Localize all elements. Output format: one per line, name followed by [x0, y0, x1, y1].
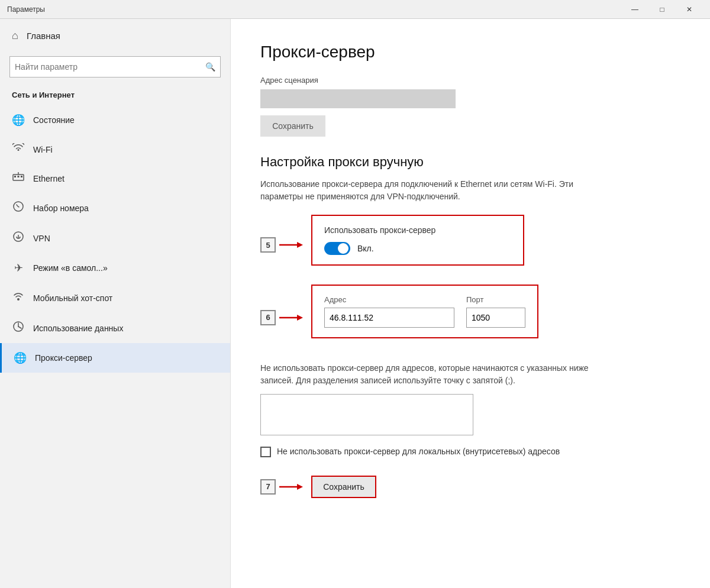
- sidebar: ⌂ Главная 🔍 Сеть и Интернет 🌐 Состояние: [0, 19, 231, 588]
- sidebar-item-dialup-label: Набор номера: [33, 203, 89, 213]
- status-icon: 🌐: [12, 114, 25, 127]
- vpn-icon: [12, 231, 25, 245]
- sidebar-item-vpn-label: VPN: [33, 234, 50, 243]
- step7-indicator: 7: [260, 479, 303, 495]
- exceptions-input[interactable]: [260, 394, 473, 435]
- search-input[interactable]: [15, 62, 202, 72]
- checkbox-row: Не использовать прокси-сервер для локаль…: [260, 446, 680, 458]
- sidebar-item-status[interactable]: 🌐 Состояние: [0, 105, 230, 135]
- port-input[interactable]: [466, 308, 525, 328]
- app-container: ⌂ Главная 🔍 Сеть и Интернет 🌐 Состояние: [0, 19, 710, 588]
- sidebar-item-status-label: Состояние: [33, 115, 75, 125]
- proxy-toggle-box: Использовать прокси-сервер Вкл.: [311, 215, 524, 266]
- page-title: Прокси-сервер: [260, 43, 680, 62]
- use-proxy-section: 5 Использовать прокси-сервер Вкл.: [260, 215, 680, 275]
- sidebar-home-label: Главная: [27, 31, 60, 41]
- local-bypass-checkbox[interactable]: [260, 447, 271, 457]
- titlebar-controls: — □ ✕: [621, 0, 703, 19]
- svg-point-8: [17, 298, 20, 301]
- step5-arrow-icon: [279, 240, 303, 250]
- manual-section-title: Настройка прокси вручную: [260, 154, 680, 170]
- sidebar-item-proxy[interactable]: 🌐 Прокси-сервер: [0, 343, 230, 373]
- sidebar-item-hotspot[interactable]: Мобильный хот-спот: [0, 283, 230, 313]
- dialup-icon: [12, 201, 25, 215]
- hotspot-icon: [12, 291, 25, 305]
- checkbox-label: Не использовать прокси-сервер для локаль…: [277, 446, 560, 458]
- wifi-icon: [12, 143, 25, 156]
- save-btn-top-wrapper: Сохранить: [260, 115, 680, 137]
- step6-indicator: 6: [260, 310, 303, 325]
- address-input[interactable]: [324, 308, 454, 328]
- sidebar-home-item[interactable]: ⌂ Главная: [0, 19, 230, 53]
- addr-port-section: 6 Адрес Порт: [260, 285, 680, 350]
- port-label: Порт: [466, 295, 525, 304]
- search-box: 🔍: [9, 56, 221, 77]
- toggle-knob: [338, 243, 348, 254]
- minimize-button[interactable]: —: [621, 0, 648, 19]
- step6-arrow-icon: [279, 313, 303, 322]
- step7-number: 7: [260, 479, 276, 495]
- svg-marker-15: [297, 484, 303, 490]
- sidebar-item-wifi-label: Wi-Fi: [33, 145, 53, 154]
- search-container: 🔍: [0, 53, 230, 86]
- address-label: Адрес: [324, 295, 454, 304]
- sidebar-item-dialup[interactable]: Набор номера 5: [0, 193, 230, 223]
- save-section: 7 Сохранить: [260, 476, 680, 498]
- save-button-top[interactable]: Сохранить: [260, 115, 325, 137]
- ethernet-icon: [12, 172, 25, 185]
- step6-number: 6: [260, 310, 276, 325]
- step5-indicator: 5: [260, 237, 303, 253]
- search-icon: 🔍: [205, 62, 215, 72]
- sidebar-item-vpn[interactable]: VPN: [0, 223, 230, 253]
- scenario-label: Адрес сценария: [260, 76, 680, 85]
- addr-port-row: Адрес Порт: [324, 295, 525, 328]
- step7-arrow-icon: [279, 482, 303, 492]
- address-field-group: Адрес: [324, 295, 454, 328]
- sidebar-item-ethernet-label: Ethernet: [33, 174, 64, 183]
- svg-rect-2: [18, 176, 20, 177]
- exceptions-description: Не использовать прокси-сервер для адресо…: [260, 362, 592, 387]
- sidebar-item-airplane[interactable]: ✈ Режим «в самол...»: [0, 253, 230, 283]
- titlebar-title: Параметры: [7, 5, 621, 14]
- proxy-toggle-label: Использовать прокси-сервер: [324, 225, 511, 235]
- airplane-icon: ✈: [12, 261, 25, 274]
- maximize-button[interactable]: □: [648, 0, 676, 19]
- close-button[interactable]: ✕: [676, 0, 703, 19]
- datausage-icon: [12, 321, 25, 335]
- proxy-toggle-switch[interactable]: [324, 242, 350, 255]
- sidebar-item-proxy-label: Прокси-сервер: [35, 353, 92, 363]
- svg-marker-11: [297, 242, 303, 248]
- sidebar-item-ethernet[interactable]: Ethernet: [0, 164, 230, 193]
- sidebar-item-airplane-label: Режим «в самол...»: [33, 263, 108, 273]
- scenario-address-input[interactable]: [260, 89, 456, 108]
- sidebar-item-datausage-label: Использование данных: [33, 324, 123, 333]
- svg-rect-3: [21, 176, 22, 177]
- save-button-bottom[interactable]: Сохранить: [311, 476, 376, 498]
- step5-number: 5: [260, 237, 276, 253]
- svg-marker-13: [297, 315, 303, 321]
- port-field-group: Порт: [466, 295, 525, 328]
- toggle-state-label: Вкл.: [357, 244, 374, 253]
- proxy-icon: 🌐: [14, 351, 27, 364]
- sidebar-item-datausage[interactable]: Использование данных: [0, 313, 230, 343]
- sidebar-item-wifi[interactable]: Wi-Fi: [0, 135, 230, 164]
- svg-rect-1: [14, 176, 16, 177]
- sidebar-section-label: Сеть и Интернет: [0, 86, 230, 105]
- main-content: Прокси-сервер Адрес сценария Сохранить Н…: [231, 19, 710, 588]
- titlebar: Параметры — □ ✕: [0, 0, 710, 19]
- addr-port-box: Адрес Порт: [311, 285, 538, 338]
- toggle-row: Вкл.: [324, 242, 511, 255]
- home-icon: ⌂: [12, 30, 18, 42]
- sidebar-item-hotspot-label: Мобильный хот-спот: [33, 293, 112, 303]
- manual-description: Использование прокси-сервера для подключ…: [260, 178, 592, 203]
